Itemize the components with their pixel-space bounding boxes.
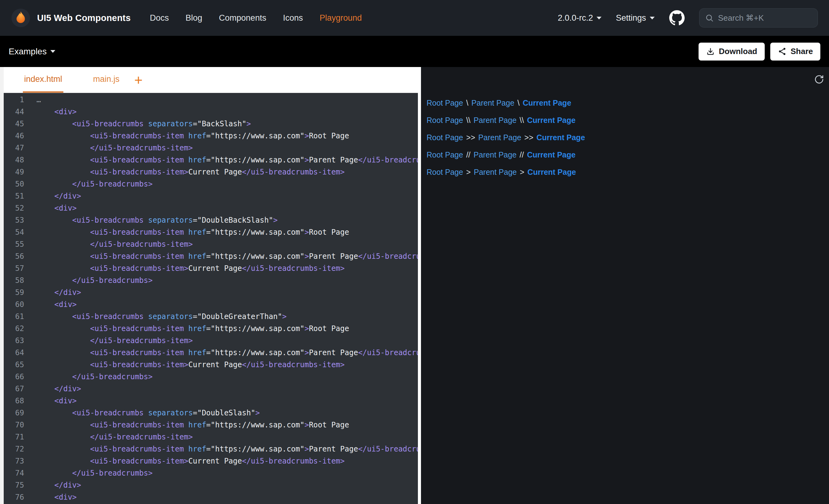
breadcrumb-link[interactable]: Parent Page: [474, 168, 517, 177]
line-content: </div>: [24, 286, 81, 299]
navbar-right: 2.0.0-rc.2 Settings Search ⌘+K: [557, 8, 818, 28]
search-input[interactable]: Search ⌘+K: [699, 8, 818, 28]
code-line: 59 </div>: [4, 286, 418, 299]
breadcrumb: Root Page//Parent Page//Current Page: [427, 146, 829, 163]
breadcrumb-link[interactable]: Root Page: [427, 133, 463, 142]
line-content: <ui5-breadcrumbs-item href="https://www.…: [24, 226, 349, 238]
nav-link-playground[interactable]: Playground: [320, 13, 362, 23]
code-area[interactable]: 1…44 <div>45 <ui5-breadcrumbs separators…: [4, 93, 418, 504]
code-line: 73 <ui5-breadcrumbs-item>Current Page</u…: [4, 455, 418, 467]
tab-index.html[interactable]: index.html: [23, 67, 63, 93]
line-content: <div>: [24, 395, 77, 407]
settings-dropdown[interactable]: Settings: [616, 13, 655, 23]
refresh-icon: [814, 74, 824, 84]
line-number: 1: [4, 94, 24, 106]
nav-link-icons[interactable]: Icons: [283, 13, 303, 23]
breadcrumb-current-page: Current Page: [527, 168, 576, 177]
examples-label: Examples: [9, 47, 47, 56]
version-dropdown[interactable]: 2.0.0-rc.2: [557, 13, 602, 23]
search-placeholder: Search ⌘+K: [718, 13, 764, 23]
share-button[interactable]: Share: [770, 43, 820, 61]
line-number: 67: [4, 383, 24, 395]
line-number: 47: [4, 142, 24, 154]
code-line: 50 </ui5-breadcrumbs>: [4, 178, 418, 190]
line-number: 72: [4, 443, 24, 455]
code-line: 65 <ui5-breadcrumbs-item>Current Page</u…: [4, 359, 418, 371]
breadcrumb: Root Page>>Parent Page>>Current Page: [427, 129, 829, 146]
breadcrumb-separator: \\: [519, 116, 524, 125]
splitter-handle[interactable]: [418, 67, 421, 504]
refresh-button[interactable]: [814, 74, 824, 85]
line-number: 48: [4, 154, 24, 166]
chevron-down-icon: [50, 50, 55, 53]
breadcrumb-link[interactable]: Parent Page: [473, 116, 516, 125]
line-number: 69: [4, 407, 24, 419]
line-number: 66: [4, 371, 24, 383]
line-number: 49: [4, 166, 24, 178]
code-line: 69 <ui5-breadcrumbs separators="DoubleSl…: [4, 407, 418, 419]
line-number: 52: [4, 202, 24, 214]
breadcrumb-link[interactable]: Parent Page: [478, 133, 521, 142]
ui5-logo-icon[interactable]: [11, 8, 30, 28]
site-title: UI5 Web Components: [37, 13, 131, 23]
line-content: <div>: [24, 299, 77, 311]
download-button[interactable]: Download: [698, 43, 765, 61]
line-number: 60: [4, 299, 24, 311]
nav-link-blog[interactable]: Blog: [185, 13, 202, 23]
breadcrumb-link[interactable]: Root Page: [427, 168, 463, 177]
chevron-down-icon: [650, 17, 655, 20]
code-line: 1…: [4, 94, 418, 106]
breadcrumb-separator: //: [519, 150, 524, 159]
nav-link-docs[interactable]: Docs: [150, 13, 169, 23]
line-number: 76: [4, 491, 24, 503]
breadcrumb-current-page: Current Page: [537, 133, 585, 142]
code-line: 58 </ui5-breadcrumbs>: [4, 275, 418, 286]
breadcrumb-link[interactable]: Parent Page: [473, 150, 516, 159]
line-content: </ui5-breadcrumbs-item>: [24, 142, 193, 154]
code-line: 52 <div>: [4, 202, 418, 214]
line-number: 56: [4, 250, 24, 263]
line-content: <ui5-breadcrumbs-item>Current Page</ui5-…: [24, 166, 345, 178]
line-number: 75: [4, 479, 24, 491]
line-content: <div>: [24, 106, 77, 118]
breadcrumb-link[interactable]: Parent Page: [471, 99, 514, 108]
github-icon[interactable]: [669, 10, 685, 26]
line-content: <div>: [24, 202, 77, 214]
line-content: <ui5-breadcrumbs-item href="https://www.…: [24, 419, 349, 431]
breadcrumb-link[interactable]: Root Page: [427, 150, 463, 159]
code-line: 51 </div>: [4, 190, 418, 202]
editor-tabbar: index.htmlmain.js +: [4, 67, 418, 93]
add-tab-button[interactable]: +: [132, 73, 145, 87]
line-number: 54: [4, 226, 24, 238]
editor-left-edge: [0, 67, 4, 504]
line-content: <ui5-breadcrumbs separators="DoubleBackS…: [24, 214, 278, 226]
line-content: <ui5-breadcrumbs separators="DoubleGreat…: [24, 311, 287, 323]
line-number: 61: [4, 311, 24, 323]
breadcrumb-link[interactable]: Root Page: [427, 116, 463, 125]
code-line: 56 <ui5-breadcrumbs-item href="https://w…: [4, 250, 418, 263]
share-label: Share: [791, 47, 813, 56]
chevron-down-icon: [597, 17, 602, 20]
line-content: <ui5-breadcrumbs-item href="https://www.…: [24, 130, 349, 142]
nav-link-components[interactable]: Components: [219, 13, 266, 23]
line-content: </ui5-breadcrumbs>: [24, 467, 153, 479]
code-editor-pane: index.htmlmain.js + 1…44 <div>45 <ui5-br…: [4, 67, 418, 504]
line-content: <ui5-breadcrumbs-item href="https://www.…: [24, 347, 418, 359]
code-line: 60 <div>: [4, 299, 418, 311]
examples-dropdown[interactable]: Examples: [9, 47, 55, 56]
code-line: 76 <div>: [4, 491, 418, 503]
breadcrumb-link[interactable]: Root Page: [427, 99, 463, 108]
line-number: 62: [4, 323, 24, 335]
line-content: <ui5-breadcrumbs separators="BackSlash">: [24, 118, 251, 130]
code-line: 74 </ui5-breadcrumbs>: [4, 467, 418, 479]
code-line: 66 </ui5-breadcrumbs>: [4, 371, 418, 383]
code-line: 71 </ui5-breadcrumbs-item>: [4, 431, 418, 443]
breadcrumb-separator: >: [520, 168, 525, 177]
line-content: <ui5-breadcrumbs-item href="https://www.…: [24, 250, 418, 263]
breadcrumb-separator: \: [466, 99, 468, 108]
code-line: 68 <div>: [4, 395, 418, 407]
breadcrumbs-output: Root Page\Parent Page\Current PageRoot P…: [427, 94, 829, 181]
tab-main.js[interactable]: main.js: [92, 67, 121, 93]
download-label: Download: [719, 47, 757, 56]
code-line: 57 <ui5-breadcrumbs-item>Current Page</u…: [4, 263, 418, 275]
